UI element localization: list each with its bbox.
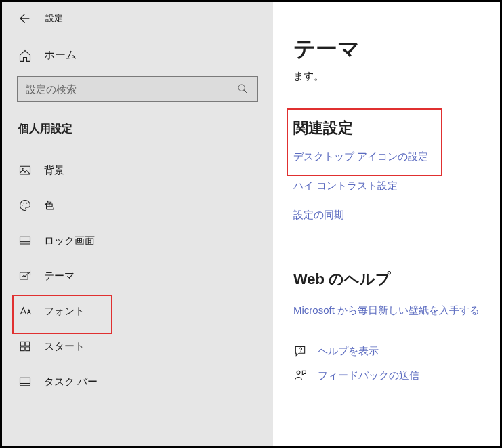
nav-item-theme[interactable]: テーマ [2,258,273,293]
svg-rect-9 [26,342,30,346]
picture-icon [18,163,32,177]
link-high-contrast[interactable]: ハイ コントラスト設定 [293,180,500,192]
svg-rect-7 [20,272,28,279]
search-input-wrap[interactable] [17,76,258,102]
main-panel: テーマ ます。 関連設定 デスクトップ アイコンの設定 ハイ コントラスト設定 … [273,2,500,446]
feedback-icon [293,369,307,382]
page-subtext: ます。 [293,70,500,83]
feedback-label: フィードバックの送信 [318,369,419,382]
related-settings-section: 関連設定 デスクトップ アイコンの設定 [293,118,500,180]
nav-item-lockscreen[interactable]: ロック画面 [2,223,273,258]
home-label: ホーム [44,48,77,62]
nav-item-color[interactable]: 色 [2,188,273,223]
nav-item-background[interactable]: 背景 [2,152,273,188]
window-title: 設定 [45,12,63,24]
svg-rect-8 [20,342,24,346]
svg-point-2 [22,168,24,170]
help-bubble-icon [293,344,307,358]
nav-label: タスク バー [44,375,98,388]
home-button[interactable]: ホーム [2,44,273,70]
svg-point-0 [238,85,245,91]
link-sync-settings[interactable]: 設定の同期 [293,209,500,222]
svg-rect-12 [20,378,30,386]
svg-point-4 [24,203,25,204]
settings-window: 設定 ホーム 個人用設定 背景 [0,0,502,448]
back-icon[interactable] [17,12,30,25]
nav-item-font[interactable]: フォント [2,293,273,329]
help-label: ヘルプを表示 [318,345,379,358]
svg-point-13 [300,351,301,352]
taskbar-icon [18,375,32,388]
svg-rect-10 [20,347,24,351]
svg-point-14 [297,371,300,374]
palette-icon [18,199,32,212]
search-input[interactable] [26,83,236,95]
nav-label: スタート [44,340,85,353]
theme-icon [18,269,32,283]
page-title: テーマ [293,35,500,64]
help-feedback[interactable]: フィードバックの送信 [293,369,500,382]
font-icon [18,304,32,318]
window-header: 設定 [2,12,273,44]
webhelp-heading: Web のヘルプ [293,269,500,289]
nav-list: 背景 色 ロック画面 テーマ [2,143,273,399]
link-desktop-icons[interactable]: デスクトップ アイコンの設定 [293,150,500,163]
svg-rect-11 [26,347,30,351]
svg-point-3 [22,205,23,206]
home-icon [18,49,32,62]
search-icon [236,82,249,96]
lockscreen-icon [18,234,32,247]
nav-item-taskbar[interactable]: タスク バー [2,364,273,399]
link-wallpaper[interactable]: Microsoft から毎日新しい壁紙を入手する [293,304,500,317]
nav-label: ロック画面 [44,235,95,247]
nav-item-start[interactable]: スタート [2,329,273,364]
nav-label: 背景 [44,164,64,177]
search-container [2,70,273,115]
svg-rect-6 [20,237,30,244]
nav-label: 色 [44,199,54,212]
nav-label: フォント [44,305,85,318]
related-heading: 関連設定 [293,118,500,138]
section-title: 個人用設定 [2,115,273,143]
nav-label: テーマ [44,270,75,283]
start-icon [18,340,32,353]
svg-point-5 [26,203,28,204]
help-show-help[interactable]: ヘルプを表示 [293,344,500,358]
sidebar: 設定 ホーム 個人用設定 背景 [2,2,273,446]
